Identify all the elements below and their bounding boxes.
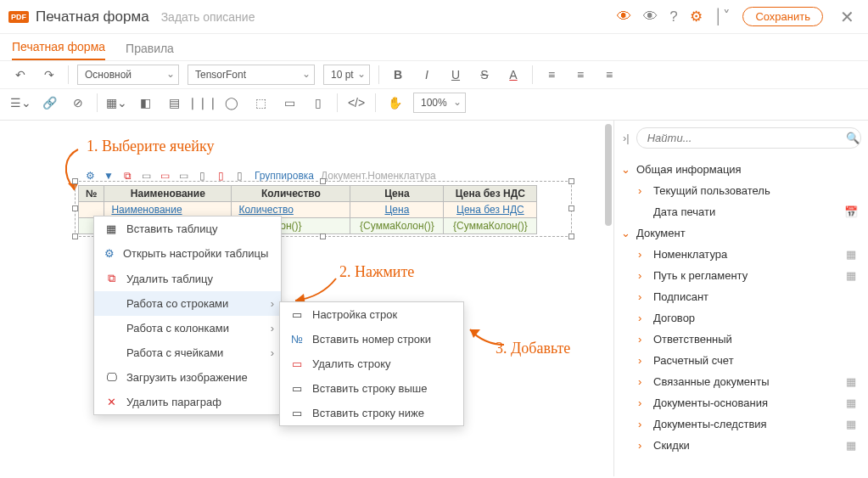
search-icon[interactable]: 🔍 xyxy=(846,132,860,144)
ctx-cells[interactable]: Работа с ячейками› xyxy=(94,340,281,365)
save-button[interactable]: Сохранить xyxy=(742,7,823,26)
caret-right-icon: › xyxy=(638,333,648,346)
ctx-load-image-label: Загрузить изображение xyxy=(126,371,248,384)
box3-icon[interactable]: ▯ xyxy=(308,93,328,113)
box1-icon[interactable]: ⬚ xyxy=(250,93,271,113)
sub-insert-above[interactable]: ▭Вставить строку выше xyxy=(280,376,463,401)
ctx-delete-table[interactable]: ⧉Удалить таблицу xyxy=(94,266,281,291)
strike-button[interactable]: S xyxy=(474,65,495,85)
ctx-delete-para[interactable]: ✕Удалить параграф xyxy=(94,390,281,414)
menu-dropdown-icon[interactable]: │˅ xyxy=(714,8,731,25)
format-toolbar: ↶ ↷ Основной TensorFont 10 pt B I U S A … xyxy=(0,61,868,89)
font-size-select[interactable]: 10 pt xyxy=(323,65,370,85)
editor-canvas[interactable]: 1. Выберите ячейку ⚙ ▼ ⧉ ▭ ▭ ▭ ▯ ▯ ▯ Гру… xyxy=(0,121,613,476)
columns-icon[interactable]: ▤ xyxy=(164,93,184,113)
sub-insert-above-label: Вставить строку выше xyxy=(312,382,427,395)
hand-icon[interactable]: ✋ xyxy=(384,93,405,113)
ctx-cells-label: Работа с ячейками xyxy=(126,346,223,359)
canvas-scrollbar[interactable] xyxy=(605,124,612,226)
side-item-linked-docs[interactable]: ›Связанные документы▦ xyxy=(621,371,865,392)
sub-delete-row-label: Удалить строку xyxy=(312,357,391,370)
ctx-load-image[interactable]: 🖵Загрузить изображение xyxy=(94,365,281,390)
collapse-panel-icon[interactable]: ›| xyxy=(623,132,630,144)
side-group-general[interactable]: ⌄Общая информация xyxy=(621,159,865,180)
caret-right-icon: › xyxy=(638,290,648,303)
ctx-open-settings-label: Открыть настройки таблицы xyxy=(123,247,268,260)
table-icon[interactable]: ▦⌄ xyxy=(106,93,126,113)
side-item-print-date[interactable]: Дата печати📅 xyxy=(621,201,865,222)
side-item-signer[interactable]: ›Подписант xyxy=(621,286,865,307)
sub-insert-below-label: Вставить строку ниже xyxy=(312,407,424,419)
table-icon: ▦ xyxy=(843,418,860,430)
sub-row-settings[interactable]: ▭Настройка строк xyxy=(280,302,463,327)
barcode-icon[interactable]: ❘❘❘ xyxy=(193,93,213,113)
side-item-label: Расчетный счет xyxy=(653,354,734,367)
font-color-button[interactable]: A xyxy=(503,65,524,85)
link-icon[interactable]: 🔗 xyxy=(39,93,59,113)
ctx-insert-table-label: Вставить таблицу xyxy=(126,222,217,235)
caret-right-icon: › xyxy=(638,312,648,324)
list-icon[interactable]: ☰⌄ xyxy=(10,93,31,113)
side-group-document[interactable]: ⌄Документ xyxy=(621,222,865,244)
sub-insert-rownum-label: Вставить номер строки xyxy=(312,333,431,346)
side-item-label: Договор xyxy=(653,312,695,324)
help-icon[interactable]: ? xyxy=(669,8,677,25)
side-item-current-user[interactable]: ›Текущий пользователь xyxy=(621,180,865,201)
font-select[interactable]: TensorFont xyxy=(188,65,315,85)
code-icon[interactable]: </> xyxy=(346,93,367,113)
sub-insert-rownum[interactable]: №Вставить номер строки xyxy=(280,327,463,351)
redo-icon[interactable]: ↷ xyxy=(39,65,59,85)
ctx-insert-table[interactable]: ▦Вставить таблицу xyxy=(94,217,281,241)
align-left-icon[interactable]: ≡ xyxy=(541,65,562,85)
side-item-contract[interactable]: ›Договор xyxy=(621,307,865,329)
shape-icon[interactable]: ◯ xyxy=(221,93,242,113)
tab-rules[interactable]: Правила xyxy=(126,42,174,60)
ctx-rows-label: Работа со строками xyxy=(126,297,228,310)
ctx-cols[interactable]: Работа с колонками› xyxy=(94,316,281,340)
italic-button[interactable]: I xyxy=(417,65,437,85)
eye-icon[interactable]: 👁 xyxy=(643,8,658,25)
tab-bar: Печатная форма Правила xyxy=(0,34,868,61)
side-item-label: Документы-следствия xyxy=(653,418,767,430)
side-item-result-docs[interactable]: ›Документы-следствия▦ xyxy=(621,413,865,435)
side-item-reglament-path[interactable]: ›Путь к регламенту▦ xyxy=(621,265,865,286)
gear-icon[interactable]: ⚙ xyxy=(690,8,703,25)
tab-print-form[interactable]: Печатная форма xyxy=(12,40,105,60)
align-center-icon[interactable]: ≡ xyxy=(570,65,591,85)
side-item-discounts[interactable]: ›Скидки▦ xyxy=(621,435,865,456)
grouping-link[interactable]: Группировка xyxy=(255,170,314,182)
side-item-print-date-label: Дата печати xyxy=(653,205,715,218)
caret-right-icon: › xyxy=(638,269,648,282)
calendar-icon: 📅 xyxy=(843,205,860,218)
section-icon[interactable]: ◧ xyxy=(135,93,155,113)
side-panel: ›| 🔍 ⌄Общая информация ›Текущий пользова… xyxy=(613,121,868,476)
annotation-step2: 2. Нажмите xyxy=(339,263,414,281)
bold-button[interactable]: B xyxy=(388,65,408,85)
ctx-rows[interactable]: Работа со строками› xyxy=(94,291,281,316)
unlink-icon[interactable]: ⊘ xyxy=(68,93,88,113)
search-input[interactable] xyxy=(636,127,861,149)
style-select[interactable]: Основной xyxy=(77,65,179,85)
side-item-responsible[interactable]: ›Ответственный xyxy=(621,329,865,350)
side-item-label: Подписант xyxy=(653,290,708,303)
arrow3-icon xyxy=(467,326,509,351)
table-icon: ▦ xyxy=(843,269,860,282)
ctx-open-settings[interactable]: ⚙Открыть настройки таблицы xyxy=(94,241,281,266)
underline-button[interactable]: U xyxy=(445,65,466,85)
undo-icon[interactable]: ↶ xyxy=(10,65,31,85)
side-item-label: Ответственный xyxy=(653,333,732,346)
description-placeholder[interactable]: Задать описание xyxy=(161,10,255,24)
close-icon[interactable]: ✕ xyxy=(835,7,860,27)
ctx-delete-table-label: Удалить таблицу xyxy=(126,273,213,285)
side-item-nomenclature[interactable]: ›Номенклатура▦ xyxy=(621,244,865,265)
sub-delete-row[interactable]: ▭Удалить строку xyxy=(280,351,463,376)
ctx-cols-label: Работа с колонками xyxy=(126,322,229,335)
align-right-icon[interactable]: ≡ xyxy=(599,65,619,85)
side-item-account[interactable]: ›Расчетный счет xyxy=(621,350,865,371)
context-menu: ▦Вставить таблицу ⚙Открыть настройки таб… xyxy=(93,216,282,415)
zoom-select[interactable]: 100% xyxy=(413,93,466,113)
eye-off-icon[interactable]: 👁 xyxy=(617,8,631,25)
side-item-basis-docs[interactable]: ›Документы-основания▦ xyxy=(621,392,865,413)
sub-insert-below[interactable]: ▭Вставить строку ниже xyxy=(280,401,463,425)
box2-icon[interactable]: ▭ xyxy=(279,93,300,113)
